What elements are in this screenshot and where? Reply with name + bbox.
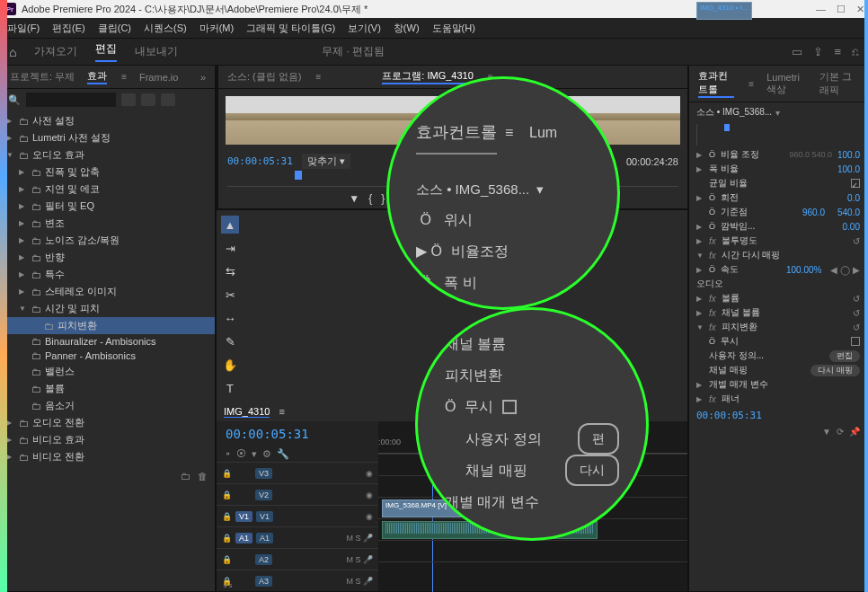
ec-toggle-icon[interactable]: ⟳ xyxy=(837,427,844,437)
menu-graphics[interactable]: 그래픽 및 타이틀(G) xyxy=(246,22,335,35)
wrench-icon[interactable]: 🔧 xyxy=(277,448,289,460)
delete-icon[interactable]: 🗑 xyxy=(198,471,208,482)
effects-tree-item[interactable]: 🗀밸런스 xyxy=(1,363,215,380)
selection-tool-icon[interactable]: ▲ xyxy=(221,216,239,234)
effect-control-row[interactable]: ▶Ö깜박임...0.00 xyxy=(689,219,867,234)
mark-out-icon[interactable]: } xyxy=(381,192,385,205)
tab-lumetri[interactable]: Lumetri 색상 xyxy=(766,72,807,96)
tab-frameio[interactable]: Frame.io xyxy=(139,72,178,83)
effect-control-row[interactable]: ▼fx피치변환↺ xyxy=(689,320,867,334)
menu-window[interactable]: 창(W) xyxy=(394,22,420,35)
track-header-v3[interactable]: 🔒V3◉ xyxy=(217,462,378,483)
sequence-tab[interactable]: IMG_4310 xyxy=(224,406,270,418)
workspace-icon[interactable]: ≡ xyxy=(834,45,841,58)
preset-icon-2[interactable] xyxy=(141,93,155,106)
effect-control-row[interactable]: ▶fx볼륨↺ xyxy=(689,291,867,305)
tab-export[interactable]: 내보내기 xyxy=(135,44,178,59)
track-header-a2[interactable]: 🔒A2M S 🎤 xyxy=(217,548,378,570)
preset-icon-1[interactable] xyxy=(121,93,136,106)
track-select-tool-icon[interactable]: ⇥ xyxy=(221,239,239,257)
slip-tool-icon[interactable]: ↔ xyxy=(221,309,239,327)
settings-icon[interactable]: ⚙ xyxy=(262,448,271,460)
effect-control-row[interactable]: ▶fx채널 볼륨↺ xyxy=(689,305,867,320)
track-a3[interactable] xyxy=(378,561,687,583)
add-marker-icon[interactable]: ▼ xyxy=(349,192,359,205)
linked-icon[interactable]: ⦿ xyxy=(236,448,246,460)
ec-menu-icon[interactable]: ≡ xyxy=(748,79,754,89)
effects-tree-item[interactable]: ▶🗀특수 xyxy=(1,266,215,283)
effect-control-row[interactable]: ▶Ö속도100.00%◀ ◯ ▶ xyxy=(689,262,867,277)
tab-effects[interactable]: 효과 xyxy=(87,69,107,84)
ec-filter-icon[interactable]: ▼ xyxy=(822,427,831,437)
effect-control-row[interactable]: ▶Ö회전0.0 xyxy=(689,190,867,205)
effects-tree-item[interactable]: ▶🗀반향 xyxy=(1,249,215,266)
effects-tree-item[interactable]: 🗀Binauralizer - Ambisonics xyxy=(1,334,215,349)
preset-icon-3[interactable] xyxy=(161,93,175,106)
menu-help[interactable]: 도움말(H) xyxy=(432,22,475,35)
effects-tree-item[interactable]: ▶🗀사전 설정 xyxy=(1,112,215,129)
menu-view[interactable]: 보기(V) xyxy=(348,22,381,35)
effect-control-row[interactable]: ▶Ö비율 조정960.0 540.0100.0 xyxy=(689,147,867,162)
tab-effect-controls[interactable]: 효과컨트롤 xyxy=(698,69,734,98)
effect-control-row[interactable]: ▶fx불투명도↺ xyxy=(689,234,867,248)
track-a2[interactable] xyxy=(378,540,687,561)
minimize-icon[interactable]: — xyxy=(816,4,826,15)
ripple-tool-icon[interactable]: ⇆ xyxy=(221,262,239,280)
source-menu-icon[interactable]: ≡ xyxy=(316,72,322,82)
tab-project[interactable]: 프로젝트: 무제 xyxy=(10,70,75,84)
ec-mini-timeline[interactable] xyxy=(696,124,860,146)
ec-pin-icon[interactable]: 📌 xyxy=(849,427,860,437)
menu-edit[interactable]: 편집(E) xyxy=(52,22,85,35)
program-tab[interactable]: 프로그램: IMG_4310 xyxy=(382,69,473,84)
effects-tree-item[interactable]: ▶🗀변조 xyxy=(1,215,215,232)
hand-tool-icon[interactable]: ✋ xyxy=(221,356,239,374)
effect-control-row[interactable]: ▶fx패너 xyxy=(689,392,867,406)
tab-essential-graphics[interactable]: 기본 그래픽 xyxy=(819,70,858,97)
program-timecode[interactable]: 00:00:05:31 xyxy=(227,155,293,167)
zoom-fit-dropdown[interactable]: 맞추기 ▾ xyxy=(302,154,350,169)
effect-control-row[interactable]: ▼fx시간 다시 매핑 xyxy=(689,248,867,262)
tab-import[interactable]: 가져오기 xyxy=(34,44,77,59)
effects-search-input[interactable] xyxy=(26,93,116,107)
menu-sequence[interactable]: 시퀀스(S) xyxy=(144,22,187,35)
effect-control-row[interactable]: ▶개별 매개 변수 xyxy=(689,377,867,392)
track-header-a1[interactable]: 🔒A1A1M S 🎤 xyxy=(217,526,378,548)
effects-tree-item[interactable]: ▶🗀지연 및 에코 xyxy=(1,181,215,198)
maximize-icon[interactable]: ☐ xyxy=(837,4,846,15)
effects-tree-item[interactable]: ▶🗀필터 및 EQ xyxy=(1,198,215,215)
effects-tree-item[interactable]: ▶🗀비디오 효과 xyxy=(1,431,215,448)
track-header-a3[interactable]: 🔒A3M S 🎤 xyxy=(217,570,378,591)
mark-in-icon[interactable]: { xyxy=(368,192,372,205)
timeline-timecode[interactable]: 00:00:05:31 xyxy=(217,421,378,446)
effect-control-row[interactable]: Ö기준점960.0540.0 xyxy=(689,205,867,219)
razor-tool-icon[interactable]: ✂ xyxy=(221,286,239,304)
pen-tool-icon[interactable]: ✎ xyxy=(221,332,239,350)
effects-tree-item[interactable]: 🗀Panner - Ambisonics xyxy=(1,349,215,363)
effects-tree-item[interactable]: 🗀음소거 xyxy=(1,397,215,414)
effect-control-row[interactable]: Ö무시 xyxy=(689,334,867,349)
close-icon[interactable]: ✕ xyxy=(856,4,864,15)
quick-export-icon[interactable]: ⎌ xyxy=(852,45,859,58)
effect-control-row[interactable]: ▶폭 비율100.0 xyxy=(689,162,867,176)
snap-icon[interactable]: ⁍ xyxy=(226,448,231,460)
tab-edit[interactable]: 편집 xyxy=(95,41,117,62)
menu-file[interactable]: 파일(F) xyxy=(7,22,40,35)
effects-tree-item[interactable]: 🗀피치변환 xyxy=(1,317,215,334)
new-bin-icon[interactable]: 🗀 xyxy=(181,471,190,482)
share-icon[interactable]: ⇪ xyxy=(813,45,823,58)
type-tool-icon[interactable]: T xyxy=(221,379,239,397)
track-header-v2[interactable]: 🔒V2◉ xyxy=(217,483,378,505)
source-tab[interactable]: 소스: (클립 없음) xyxy=(227,70,302,84)
effect-control-row[interactable]: 사용자 정의...편집 xyxy=(689,349,867,363)
effects-tree-item[interactable]: ▶🗀스테레오 이미지 xyxy=(1,283,215,300)
effects-tree-item[interactable]: ▼🗀오디오 효과 xyxy=(1,146,215,163)
track-header-v1[interactable]: 🔒V1V1◉ xyxy=(217,505,378,526)
panel-overflow-icon[interactable]: » xyxy=(200,72,206,83)
effects-tree-item[interactable]: 🗀볼륨 xyxy=(1,380,215,397)
marker-icon[interactable]: ▾ xyxy=(252,448,257,460)
effect-control-row[interactable]: 오디오 xyxy=(689,277,867,291)
effects-tree-item[interactable]: ▶🗀노이즈 감소/복원 xyxy=(1,232,215,249)
panel-menu-icon[interactable]: ≡ xyxy=(121,72,127,82)
menu-marker[interactable]: 마커(M) xyxy=(199,22,235,35)
effects-tree-item[interactable]: ▶🗀오디오 전환 xyxy=(1,414,215,431)
